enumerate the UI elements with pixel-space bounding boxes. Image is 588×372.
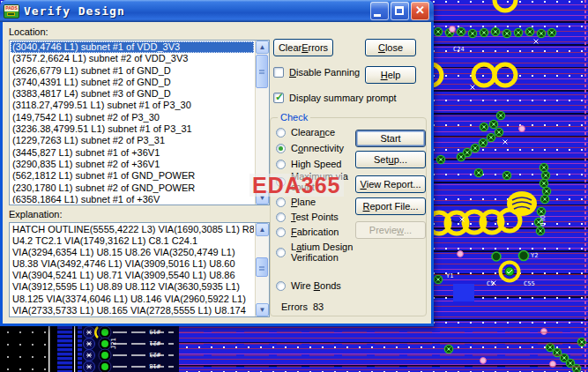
silk-label-c55: C55: [524, 280, 535, 287]
scroll-up-arrow-icon[interactable]: ▲: [256, 41, 269, 54]
silk-label-old: OLD: [539, 215, 546, 227]
via-chain-bottom-right: [546, 338, 585, 372]
clear-errors-button[interactable]: Clear Errors: [273, 39, 333, 56]
explanation-box[interactable]: HATCH OUTLINE(5555,4222 L3) VIA(1690,308…: [9, 222, 270, 317]
pcb-editor-viewport: C24 Y2 Y1 C55 C5 OLD: [0, 0, 588, 372]
setup-button[interactable]: Setup...: [355, 151, 426, 168]
display-summary-checkbox[interactable]: Display summary prompt: [273, 93, 397, 103]
silk-label-c24: C24: [453, 46, 465, 53]
radio-latium-design-verification[interactable]: Latium Design Verification: [276, 242, 356, 263]
explanation-line: U8.125 VIA(3374,6046 L1) U8.146 VIA(2960…: [11, 294, 254, 305]
help-button[interactable]: Help: [365, 66, 416, 84]
checkbox-icon: [273, 93, 284, 103]
explanation-line: VIA(3294,6354 L1) U8.15 U8.26 VIA(3250,4…: [11, 247, 254, 258]
pin-label: #21: [149, 339, 160, 346]
checkbox-label: Display summary prompt: [289, 93, 397, 103]
location-list-item[interactable]: (149,7542 L1) subnet #2 of P3_30: [11, 112, 254, 123]
checkbox-label: Disable Panning: [289, 67, 360, 78]
radio-icon: [276, 197, 286, 207]
explanation-scrollbar[interactable]: ▲ ▼: [255, 223, 269, 316]
errors-label: Errors: [281, 301, 308, 312]
location-list-item[interactable]: (562,1812 L1) subnet #1 of GND_POWER: [11, 170, 254, 182]
radio-label: Clearance: [291, 127, 335, 138]
verify-design-dialog: PADS Verify Design ✕ Location: (3040,474…: [0, 0, 434, 326]
disable-panning-checkbox[interactable]: Disable Panning: [273, 67, 360, 78]
radio-wire-bonds[interactable]: Wire Bonds: [276, 280, 341, 291]
location-list: (3040,4746 L1) subnet #1 of VDD_3V3(3757…: [11, 41, 254, 204]
radio-label: Plane: [291, 197, 316, 207]
silk-label-y2: Y2: [531, 252, 538, 259]
location-list-item[interactable]: (3040,4746 L1) subnet #1 of VDD_3V3: [11, 41, 254, 53]
silk-label-c5: C5: [487, 280, 494, 287]
pads-icon-text: PADS: [4, 5, 19, 11]
checkbox-icon: [273, 67, 284, 78]
errors-count: 83: [313, 301, 324, 312]
radio-icon: [276, 128, 286, 138]
radio-connectivity[interactable]: Connectivity: [276, 143, 344, 153]
maximize-button[interactable]: [391, 2, 409, 20]
minimize-icon: [374, 14, 381, 17]
via-chain-horizontal: [434, 27, 555, 37]
scrollbar-track[interactable]: [256, 54, 269, 191]
via-chain-diagonal: [457, 120, 502, 160]
radio-high-speed[interactable]: High Speed: [276, 159, 342, 169]
radio-label: Test Points: [291, 212, 339, 222]
dialog-titlebar[interactable]: PADS Verify Design ✕: [0, 0, 434, 22]
copper-pour-patch: [453, 284, 474, 301]
location-list-item[interactable]: (6358,1864 L1) subnet #1 of +36V: [11, 194, 254, 204]
location-list-item[interactable]: (3445,827 L1) subnet #1 of +36V1: [11, 147, 254, 159]
location-list-item[interactable]: (3383,4817 L4) subnet #3 of GND_D: [11, 88, 254, 100]
pin-label: #18: [149, 362, 160, 369]
location-listbox[interactable]: (3040,4746 L1) subnet #1 of VDD_3V3(3757…: [9, 40, 270, 205]
start-button[interactable]: Start: [355, 130, 426, 147]
radio-icon: [276, 160, 286, 169]
component-y2: [501, 263, 519, 281]
scroll-up-arrow-icon[interactable]: ▲: [256, 223, 269, 236]
explanation-line: VIA(2733,5733 L1) U8.165 VIA(2728,5555 L…: [11, 305, 254, 316]
radio-test-points[interactable]: Test Points: [276, 212, 339, 222]
close-button[interactable]: Close: [365, 39, 416, 56]
minimize-button[interactable]: [370, 2, 389, 20]
scrollbar-track[interactable]: [256, 236, 269, 303]
radio-label: Connectivity: [291, 143, 344, 153]
radio-label: High Speed: [291, 159, 342, 169]
preview-button: Preview...: [355, 221, 426, 239]
silk-label-j21: J21: [110, 338, 117, 349]
explanation-label: Explanation:: [9, 209, 63, 219]
location-label: Location:: [9, 26, 48, 37]
location-list-item[interactable]: (230,1780 L1) subnet #2 of GND_POWER: [11, 182, 254, 194]
explanation-line: VIA(3904,5241 L1) U8.71 VIA(3909,5540 L1…: [11, 270, 254, 281]
radio-icon: [276, 248, 286, 257]
report-file-button[interactable]: Report File...: [355, 197, 426, 215]
location-list-item[interactable]: (3757.2,6624 L1) subnet #2 of VDD_3V3: [11, 53, 254, 64]
location-list-item[interactable]: (3290,835 L1) subnet #2 of +36V1: [11, 159, 254, 170]
scrollbar-thumb[interactable]: [256, 257, 268, 277]
location-list-item[interactable]: (1229,7263 L1) subnet #2 of P3_31: [11, 135, 254, 146]
radio-label: Fabrication: [291, 227, 339, 237]
location-list-item[interactable]: (3236.38,4799.51 L1) subnet #1 of P3_31: [11, 123, 254, 135]
radio-icon: [276, 212, 286, 222]
dialog-title: Verify Design: [24, 4, 125, 18]
radio-label: Latium Design Verification: [291, 242, 356, 263]
scroll-down-arrow-icon[interactable]: ▼: [256, 303, 269, 316]
explanation-line: HATCH OUTLINE(5555,4222 L3) VIA(1690,308…: [11, 224, 254, 235]
view-report-button[interactable]: View Report...: [355, 175, 426, 193]
scrollbar-thumb[interactable]: [256, 55, 268, 88]
explanation-line: U4.2 TC2.1 VIA(1749,3162 L1) C8.1 C24.1: [11, 235, 254, 247]
pcb-bottom-strip: #19 #21 #23 #18 J21: [0, 326, 582, 372]
location-list-item[interactable]: (2626,6779 L1) subnet #1 of GND_D: [11, 65, 254, 77]
location-list-item[interactable]: (3118.27,4799.51 L1) subnet #1 of P3_30: [11, 100, 254, 111]
pads-app-icon: PADS: [4, 4, 19, 19]
pad-ring-chain: [428, 191, 537, 234]
explanation-lines: HATCH OUTLINE(5555,4222 L3) VIA(1690,308…: [11, 224, 254, 316]
radio-plane[interactable]: Plane: [276, 197, 316, 207]
radio-fabrication[interactable]: Fabrication: [276, 227, 339, 237]
eda365-watermark: EDA365: [249, 174, 344, 197]
radio-icon: [276, 144, 286, 153]
pcb-right-area: C24 Y2 Y1 C55 C5 OLD: [421, 0, 586, 372]
radio-clearance[interactable]: Clearance: [276, 127, 335, 138]
location-list-item[interactable]: (3740,4391 L1) subnet #2 of GND_D: [11, 77, 254, 88]
close-window-button[interactable]: ✕: [411, 2, 429, 20]
pin-label: #23: [149, 351, 160, 358]
radio-icon: [276, 227, 286, 237]
